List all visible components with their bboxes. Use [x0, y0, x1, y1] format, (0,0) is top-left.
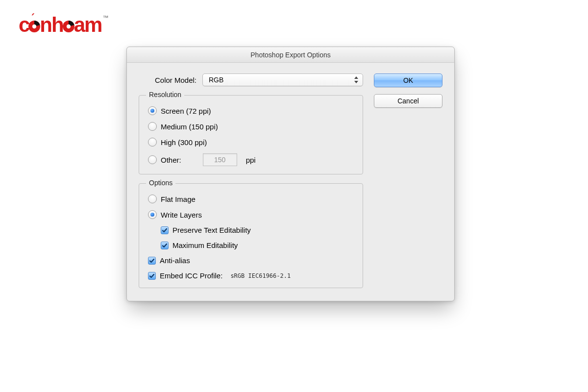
resolution-legend: Resolution	[146, 91, 184, 98]
cancel-button[interactable]: Cancel	[374, 94, 442, 108]
icc-profile-name: sRGB IEC61966-2.1	[230, 272, 291, 279]
preserve-text-label: Preserve Text Editability	[172, 226, 251, 234]
resolution-label-screen: Screen (72 ppi)	[161, 107, 211, 115]
anti-alias-checkbox[interactable]	[148, 257, 156, 265]
select-arrows-icon	[354, 76, 359, 83]
dialog-left-column: Color Model: RGB Resolution Screen (72 p…	[139, 74, 363, 288]
resolution-radio-medium[interactable]	[148, 122, 157, 131]
resolution-label-other: Other:	[161, 156, 181, 164]
embed-icc-checkbox[interactable]	[148, 272, 156, 280]
logo-donut-icon	[62, 16, 75, 28]
anti-alias-label: Anti-alias	[160, 256, 190, 265]
brand-logo: ˊc nh am™	[19, 15, 108, 35]
options-legend: Options	[146, 179, 175, 187]
max-edit-checkbox[interactable]	[161, 242, 169, 249]
resolution-group: Resolution Screen (72 ppi) Medium (150 p…	[139, 95, 363, 174]
options-radio-write-layers[interactable]	[148, 210, 157, 219]
options-label-write-layers: Write Layers	[161, 211, 202, 219]
dialog-title: Photoshop Export Options	[127, 47, 454, 63]
color-model-select[interactable]: RGB	[202, 74, 363, 86]
resolution-label-high: High (300 ppi)	[161, 138, 207, 147]
trademark-icon: ™	[102, 14, 108, 21]
dialog-content: Color Model: RGB Resolution Screen (72 p…	[127, 63, 454, 301]
svg-point-1	[32, 24, 36, 28]
logo-donut-icon	[28, 16, 41, 28]
color-model-label: Color Model:	[139, 76, 196, 84]
resolution-radio-high[interactable]	[148, 138, 157, 147]
resolution-radio-screen[interactable]	[148, 106, 157, 115]
preserve-text-checkbox[interactable]	[161, 226, 169, 234]
embed-icc-label: Embed ICC Profile:	[160, 271, 222, 280]
resolution-radio-other[interactable]	[148, 155, 157, 164]
options-group: Options Flat Image Write Layers Preserve…	[139, 183, 363, 288]
max-edit-label: Maximum Editability	[172, 241, 238, 249]
resolution-other-input[interactable]: 150	[203, 153, 237, 166]
ppi-unit: ppi	[246, 156, 256, 164]
color-model-value: RGB	[209, 76, 223, 84]
dialog-right-column: OK Cancel	[374, 74, 442, 108]
export-options-dialog: Photoshop Export Options Color Model: RG…	[126, 47, 455, 301]
svg-point-3	[66, 24, 70, 28]
logo-chunk-b: nh	[40, 13, 63, 36]
options-radio-flat[interactable]	[148, 195, 157, 203]
resolution-label-medium: Medium (150 ppi)	[161, 122, 218, 131]
ok-button[interactable]: OK	[374, 74, 442, 87]
color-model-row: Color Model: RGB	[139, 74, 363, 86]
options-label-flat: Flat Image	[161, 195, 196, 203]
logo-chunk-a: c	[19, 13, 29, 36]
logo-chunk-c: am	[74, 13, 102, 36]
